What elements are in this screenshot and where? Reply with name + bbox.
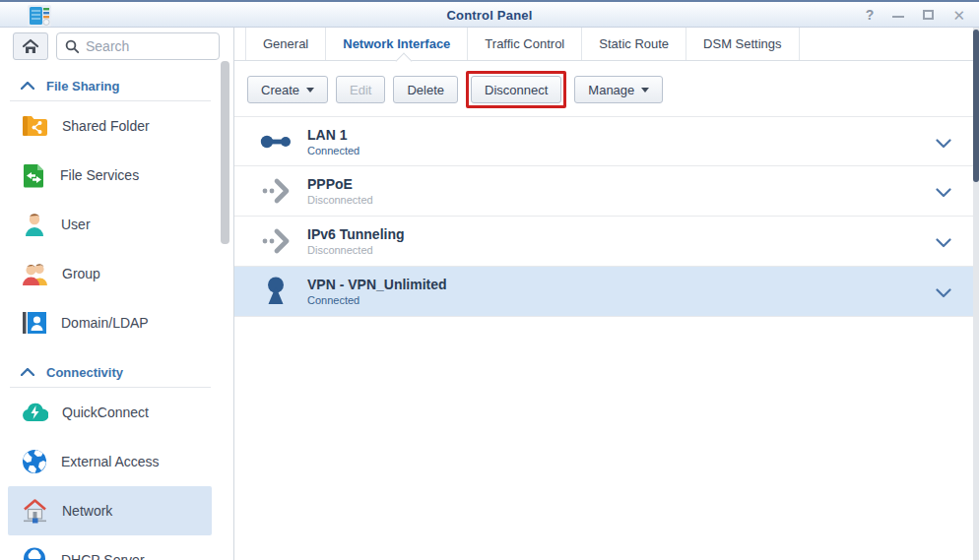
- sidebar-section-file-sharing[interactable]: File Sharing: [0, 73, 221, 98]
- interface-status: Connected: [307, 145, 359, 156]
- sidebar-scrollbar-thumb[interactable]: [221, 61, 229, 244]
- delete-button-label: Delete: [407, 83, 444, 97]
- sidebar-item-group[interactable]: Group: [0, 249, 221, 298]
- interface-name: IPv6 Tunneling: [307, 226, 405, 242]
- tab-dsm-settings[interactable]: DSM Settings: [686, 28, 799, 60]
- chevron-down-icon[interactable]: [936, 135, 951, 153]
- main-scrollbar-thumb[interactable]: [973, 30, 979, 182]
- disconnect-button[interactable]: Disconnect: [471, 76, 561, 103]
- sidebar-item-label: External Access: [61, 454, 160, 469]
- edit-button[interactable]: Edit: [336, 76, 385, 103]
- sidebar-item-label: QuickConnect: [62, 404, 149, 420]
- sidebar-menu: File Sharing Shared Folder: [0, 67, 221, 560]
- create-button[interactable]: Create: [247, 76, 328, 103]
- interface-info: LAN 1 Connected: [307, 127, 359, 156]
- window-title: Control Panel: [0, 8, 979, 23]
- vpn-icon: [257, 276, 294, 307]
- control-panel-window: Control Panel ? ✕: [0, 0, 979, 560]
- search-icon: [65, 39, 80, 54]
- chevron-up-icon: [21, 368, 34, 376]
- search-box: [56, 32, 220, 60]
- manage-button[interactable]: Manage: [574, 76, 663, 103]
- interface-name: VPN - VPN_Unlimited: [307, 277, 447, 292]
- sidebar-item-dhcp-server[interactable]: DHCP Server: [0, 535, 221, 560]
- titlebar: Control Panel ? ✕: [0, 0, 979, 28]
- maximize-icon[interactable]: [923, 10, 934, 20]
- sidebar-item-label: Group: [62, 266, 100, 281]
- external-access-icon: [22, 449, 47, 474]
- sidebar-item-domain-ldap[interactable]: Domain/LDAP: [0, 298, 221, 347]
- interface-status: Disconnected: [307, 194, 373, 206]
- interface-name: LAN 1: [307, 127, 359, 143]
- pppoe-icon: [257, 175, 294, 207]
- sidebar-item-file-services[interactable]: File Services: [0, 151, 221, 200]
- search-input[interactable]: [86, 38, 194, 54]
- sidebar-item-label: Shared Folder: [62, 118, 150, 134]
- sidebar-section-connectivity[interactable]: Connectivity: [0, 359, 221, 385]
- tab-static-route[interactable]: Static Route: [582, 28, 686, 60]
- section-label: File Sharing: [46, 79, 119, 93]
- interface-name: PPPoE: [307, 176, 373, 192]
- tab-network-interface[interactable]: Network Interface: [326, 28, 468, 60]
- tab-general[interactable]: General: [245, 28, 326, 60]
- sidebar-item-label: User: [61, 217, 91, 232]
- manage-button-label: Manage: [588, 83, 634, 97]
- interface-info: IPv6 Tunneling Disconnected: [307, 226, 405, 256]
- interface-info: PPPoE Disconnected: [307, 176, 373, 206]
- interface-status: Connected: [307, 294, 447, 306]
- interface-info: VPN - VPN_Unlimited Connected: [307, 277, 447, 306]
- window-controls: ? ✕: [866, 2, 965, 28]
- interface-row-ipv6-tunneling[interactable]: IPv6 Tunneling Disconnected: [234, 217, 973, 267]
- chevron-down-icon[interactable]: [936, 234, 951, 252]
- dhcp-server-icon: [22, 547, 47, 560]
- ipv6-tunneling-icon: [257, 225, 294, 257]
- disconnect-button-label: Disconnect: [485, 83, 548, 97]
- network-interface-list: LAN 1 Connected PPPoE Disconn: [234, 116, 973, 317]
- home-button[interactable]: [13, 32, 48, 60]
- red-highlight-box: Disconnect: [466, 71, 566, 108]
- lan-icon: [257, 126, 294, 157]
- sidebar-item-label: Domain/LDAP: [61, 315, 149, 331]
- edit-button-label: Edit: [350, 83, 371, 97]
- section-label: Connectivity: [46, 365, 123, 380]
- sidebar: File Sharing Shared Folder: [0, 28, 233, 560]
- sidebar-item-external-access[interactable]: External Access: [0, 437, 221, 486]
- quickconnect-icon: [22, 403, 48, 422]
- file-services-icon: [22, 163, 46, 188]
- interface-row-lan1[interactable]: LAN 1 Connected: [234, 116, 973, 166]
- sidebar-item-label: File Services: [60, 167, 139, 183]
- minimize-icon[interactable]: [892, 16, 904, 18]
- tab-bar: General Network Interface Traffic Contro…: [234, 28, 973, 61]
- sidebar-item-label: Network: [62, 503, 112, 519]
- sidebar-item-quickconnect[interactable]: QuickConnect: [0, 388, 221, 437]
- sidebar-item-user[interactable]: User: [0, 200, 221, 249]
- sidebar-item-label: DHCP Server: [61, 552, 145, 560]
- sidebar-item-shared-folder[interactable]: Shared Folder: [0, 101, 221, 151]
- create-button-label: Create: [261, 83, 299, 97]
- chevron-up-icon: [21, 82, 34, 90]
- delete-button[interactable]: Delete: [393, 76, 458, 103]
- toolbar: Create Edit Delete Disconnect Manage: [234, 61, 973, 108]
- user-icon: [22, 212, 47, 237]
- close-icon[interactable]: ✕: [952, 8, 965, 23]
- main-panel: General Network Interface Traffic Contro…: [234, 28, 973, 560]
- chevron-down-icon: [641, 88, 649, 93]
- network-icon: [22, 498, 48, 524]
- shared-folder-icon: [22, 114, 48, 138]
- tab-traffic-control[interactable]: Traffic Control: [468, 28, 582, 60]
- home-icon: [22, 38, 39, 55]
- interface-row-vpn[interactable]: VPN - VPN_Unlimited Connected: [234, 267, 973, 317]
- help-icon[interactable]: ?: [866, 8, 875, 22]
- interface-status: Disconnected: [307, 244, 405, 256]
- sidebar-item-network[interactable]: Network: [8, 486, 212, 535]
- domain-ldap-icon: [22, 311, 47, 335]
- chevron-down-icon[interactable]: [936, 184, 951, 202]
- interface-row-pppoe[interactable]: PPPoE Disconnected: [234, 166, 973, 217]
- chevron-down-icon[interactable]: [936, 284, 951, 302]
- chevron-down-icon: [306, 88, 314, 93]
- group-icon: [22, 261, 48, 286]
